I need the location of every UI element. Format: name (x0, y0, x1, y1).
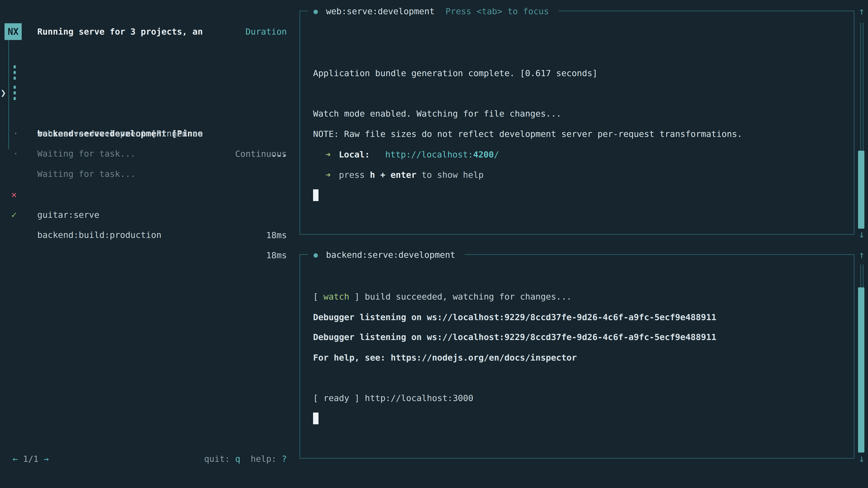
scroll-down-arrow-icon[interactable]: ↓ (856, 224, 867, 245)
task-row-backend-build[interactable]: ✓ backend:build:production 18ms (0, 184, 300, 204)
pane-backend-serve-development[interactable]: ● backend:serve:development [ watch ] bu… (300, 254, 855, 459)
spinner-icon (13, 86, 16, 100)
nx-logo: NX (4, 23, 22, 40)
page-indicator: 1/1 (23, 454, 39, 464)
scrollbar-thumb[interactable] (858, 151, 864, 229)
duration-column-header: Duration (246, 22, 287, 42)
log-line-debugger-2: Debugger listening on ws://localhost:922… (313, 327, 716, 347)
press-pre: press (339, 170, 370, 180)
scrollbar-thumb[interactable] (858, 287, 864, 453)
log-line-note: NOTE: Raw file sizes do not reflect deve… (313, 124, 742, 144)
scrollbar-track[interactable] (860, 264, 864, 287)
task-row-guitar-serve[interactable]: ✕ guitar:serve 18ms (0, 164, 300, 184)
spinner-icon (13, 65, 16, 80)
pane-title: backend:serve:development (326, 245, 455, 265)
scroll-down-arrow-icon[interactable]: ↓ (856, 449, 867, 469)
help-key: ? (282, 454, 287, 464)
scroll-up-arrow-icon[interactable]: ↑ (856, 245, 867, 265)
log-line-ready: [ ready ] http://localhost:3000 (313, 388, 473, 408)
task-status-value: Continuous (235, 144, 287, 164)
terminal-cursor (313, 413, 318, 424)
running-dot-icon: ● (313, 245, 318, 265)
press-key: h + enter (370, 170, 416, 180)
localhost-4200-link[interactable]: http://localhost:4200/ (385, 150, 499, 160)
help-label: help: (240, 454, 282, 464)
terminal-cursor (313, 189, 318, 201)
keyboard-hints: quit: q help: ? (204, 449, 287, 469)
log-line-inspector-help: For help, see: https://nodejs.org/en/doc… (313, 348, 577, 368)
task-label: guitar:serve (37, 205, 99, 225)
pane-header: ● web:serve:development Press <tab> to f… (308, 1, 558, 22)
log-line-local-url: ➜Local:http://localhost:4200/ (313, 144, 499, 165)
quit-label: quit: (204, 454, 235, 464)
task-list-title: Running serve for 3 projects, an (37, 22, 203, 42)
task-label: backend:build:production (37, 225, 161, 245)
task-row-backend-serve[interactable]: ❯ backend:serve:development [Pinne ... (0, 62, 300, 83)
task-duration: 18ms (266, 225, 287, 246)
log-line-debugger-1: Debugger listening on ws://localhost:922… (313, 307, 716, 327)
task-row-waiting-1[interactable]: · Waiting for task... (0, 103, 300, 123)
page-prev-arrow-icon[interactable]: ← (13, 454, 18, 464)
pagination: ← 1/1 → (13, 449, 49, 469)
success-check-icon: ✓ (11, 204, 17, 225)
watch-tag: watch (323, 292, 349, 302)
log-line-watch-succeeded: [ watch ] build succeeded, watching for … (313, 287, 572, 307)
task-row-waiting-2[interactable]: · Waiting for task... (0, 123, 300, 143)
log-line-watch-mode: Watch mode enabled. Watching for file ch… (313, 103, 561, 124)
task-label: Waiting for task... (37, 143, 135, 164)
running-dot-icon: ● (313, 1, 318, 22)
nx-terminal-ui: NX Running serve for 3 projects, an Dura… (0, 0, 868, 488)
log-line-press-help: ➜press h + enter to show help (313, 165, 484, 185)
press-post: to show help (416, 170, 484, 180)
prompt-arrow-icon: ➜ (326, 170, 331, 180)
local-label: Local: (339, 150, 370, 160)
scroll-up-arrow-icon[interactable]: ↑ (856, 1, 867, 22)
pane-web-serve-development[interactable]: ● web:serve:development Press <tab> to f… (300, 11, 855, 235)
prompt-arrow-icon: ➜ (326, 150, 331, 160)
pane-header: ● backend:serve:development (308, 245, 465, 265)
quit-key: q (235, 454, 240, 464)
task-duration: 18ms (266, 245, 287, 265)
scrollbar-track[interactable] (860, 23, 864, 151)
focus-hint: Press <tab> to focus (445, 1, 549, 22)
page-next-arrow-icon[interactable]: → (43, 454, 49, 464)
waiting-bullet-icon: · (13, 143, 18, 164)
pane-title: web:serve:development (326, 1, 434, 22)
log-line-bundle-complete: Application bundle generation complete. … (313, 63, 597, 84)
task-row-web-serve[interactable]: web:serve:development [Pinned ou Continu… (0, 83, 300, 103)
